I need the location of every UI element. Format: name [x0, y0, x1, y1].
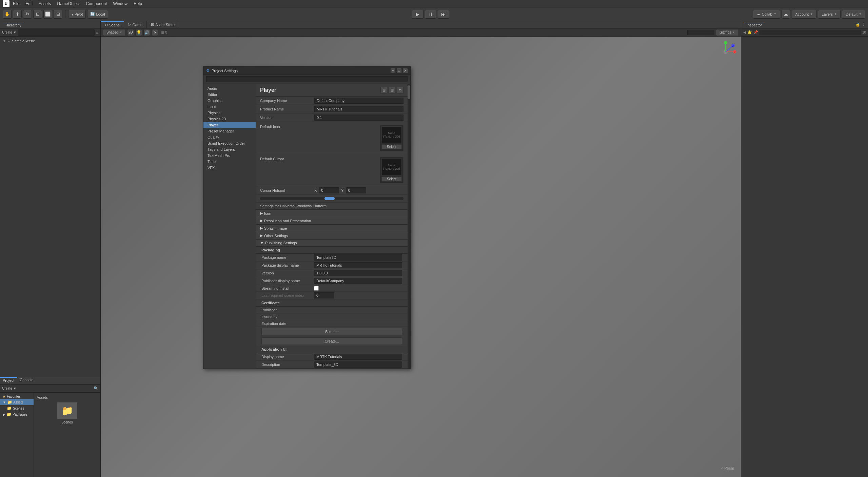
account-btn[interactable]: Account ▼	[792, 10, 817, 19]
other-section[interactable]: ▶ Other Settings	[256, 232, 408, 240]
resolution-section[interactable]: ▶ Resolution and Presentation	[256, 217, 408, 225]
product-name-input[interactable]	[314, 106, 403, 112]
local-btn[interactable]: 🔄 Local	[87, 10, 108, 19]
scrollbar-thumb[interactable]	[324, 197, 335, 200]
inspector-forward-btn[interactable]: ⭐	[747, 30, 752, 35]
pkg-display-input[interactable]	[314, 262, 402, 268]
platform-scrollbar[interactable]	[256, 195, 408, 203]
last-scene-input[interactable]	[314, 292, 334, 298]
inspector-back-btn[interactable]: ◀	[743, 30, 746, 35]
version-input[interactable]	[314, 115, 403, 121]
proj-scenes[interactable]: 📁 Scenes	[0, 405, 34, 411]
settings-time[interactable]: Time	[203, 159, 256, 165]
collab-btn[interactable]: ☁ Collab ▼	[753, 10, 780, 19]
inspector-search[interactable]	[760, 30, 861, 35]
display-name-input[interactable]	[314, 354, 402, 360]
dialog-minimize-btn[interactable]: −	[391, 68, 395, 73]
transform-tool-btn[interactable]: ⊞	[54, 10, 62, 19]
console-tab[interactable]: Console	[17, 377, 36, 384]
menu-gameobject[interactable]: GameObject	[54, 1, 82, 7]
2d-btn[interactable]: 2D	[127, 29, 134, 36]
menu-window[interactable]: Window	[110, 1, 130, 7]
settings-physics2d[interactable]: Physics 2D	[203, 116, 256, 122]
proj-favorites[interactable]: ★ Favorites	[0, 394, 34, 399]
layers-btn[interactable]: Layers ▼	[818, 10, 841, 19]
pivot-btn[interactable]: ⬥ Pivot	[68, 10, 86, 19]
gizmos-btn[interactable]: Gizmos ▼	[716, 29, 739, 36]
move-tool-btn[interactable]: ✛	[13, 10, 22, 19]
player-icon-1[interactable]: ⊞	[380, 87, 387, 94]
step-btn[interactable]: ⏭	[438, 10, 449, 19]
lock-icon[interactable]: 🔒	[855, 22, 860, 27]
icon-select-btn[interactable]: Select	[381, 144, 402, 149]
menu-edit[interactable]: Edit	[23, 1, 35, 7]
hierarchy-search[interactable]	[18, 29, 95, 36]
settings-graphics[interactable]: Graphics	[203, 98, 256, 104]
menu-file[interactable]: File	[10, 1, 22, 7]
icon-section[interactable]: ▶ Icon	[256, 210, 408, 217]
more-btn[interactable]: ⋮	[862, 22, 865, 27]
cursor-select-btn[interactable]: Select	[381, 177, 402, 182]
scale-tool-btn[interactable]: ⊡	[33, 10, 42, 19]
lighting-btn[interactable]: 💡	[135, 29, 142, 36]
settings-textmesh[interactable]: TextMesh Pro	[203, 152, 256, 159]
dialog-maximize-btn[interactable]: □	[397, 68, 401, 73]
scene-search-bar[interactable]	[687, 30, 714, 35]
player-settings-btn[interactable]: ⚙	[397, 87, 403, 94]
hierarchy-tab[interactable]: Hierarchy	[3, 22, 24, 28]
settings-audio[interactable]: Audio	[203, 85, 256, 91]
company-name-input[interactable]	[314, 98, 403, 104]
scenes-asset-folder[interactable]: 📁 Scenes	[37, 402, 98, 424]
proj-create-btn[interactable]: Create ▼	[2, 387, 17, 390]
proj-packages[interactable]: ▶ 📁 Packages	[0, 411, 34, 417]
game-tab[interactable]: ▷ Game	[124, 21, 147, 28]
dialog-scrollbar[interactable]	[408, 84, 410, 369]
project-tab[interactable]: Project	[0, 377, 17, 384]
menu-help[interactable]: Help	[131, 1, 145, 7]
splash-section[interactable]: ▶ Splash Image	[256, 225, 408, 232]
publishing-section[interactable]: ▼ Publishing Settings	[256, 240, 408, 247]
publisher-display-input[interactable]	[314, 278, 402, 284]
audio-btn[interactable]: 🔊	[143, 29, 150, 36]
proj-assets[interactable]: ▼ 📁 Assets	[0, 399, 34, 405]
rect-tool-btn[interactable]: ⬜	[43, 10, 52, 19]
create-btn[interactable]: Create ▼	[2, 30, 17, 34]
hierarchy-sort-btn[interactable]: ≡	[96, 30, 98, 35]
shaded-btn[interactable]: Shaded ▼	[103, 29, 126, 36]
settings-preset-manager[interactable]: Preset Manager	[203, 128, 256, 134]
select-cert-btn[interactable]: Select...	[261, 328, 402, 335]
asset-store-tab[interactable]: ⊟ Asset Store	[147, 21, 179, 28]
inspector-pin-btn[interactable]: 📌	[753, 30, 758, 35]
pkg-name-input[interactable]	[314, 254, 402, 261]
dialog-close-btn[interactable]: ✕	[403, 68, 408, 73]
scrollbar-track[interactable]	[260, 197, 403, 200]
pause-btn[interactable]: ⏸	[425, 10, 436, 19]
cursor-y-input[interactable]	[346, 187, 366, 193]
settings-vfx[interactable]: VFX	[203, 165, 256, 171]
scene-tab[interactable]: ⊙ Scene	[101, 21, 124, 28]
description-input[interactable]	[314, 361, 402, 368]
default-layout-btn[interactable]: Default ▼	[842, 10, 865, 19]
cloud-btn[interactable]: ☁	[782, 10, 790, 19]
menu-assets[interactable]: Assets	[36, 1, 54, 7]
streaming-checkbox[interactable]	[314, 286, 319, 291]
create-cert-btn[interactable]: Create...	[261, 337, 402, 345]
settings-quality[interactable]: Quality	[203, 134, 256, 140]
settings-input[interactable]: Input	[203, 104, 256, 110]
play-btn[interactable]: ▶	[412, 10, 423, 19]
scene-viewport[interactable]: X Y Z < Persp	[101, 37, 741, 477]
settings-script-exec[interactable]: Script Execution Order	[203, 140, 256, 146]
settings-physics[interactable]: Physics	[203, 110, 256, 116]
fx-btn[interactable]: fx	[152, 29, 158, 36]
cursor-x-input[interactable]	[319, 187, 339, 193]
rotate-tool-btn[interactable]: ↻	[23, 10, 32, 19]
inspector-tab[interactable]: Inspector	[744, 22, 765, 28]
settings-player[interactable]: Player	[203, 122, 256, 128]
pkg-version-input[interactable]	[314, 270, 402, 276]
scene-gizmo[interactable]: X Y Z	[714, 40, 737, 64]
dialog-search-input[interactable]	[206, 76, 408, 82]
dialog-scrollbar-thumb[interactable]	[408, 85, 410, 99]
settings-editor[interactable]: Editor	[203, 91, 256, 98]
hand-tool-btn[interactable]: ✋	[3, 10, 12, 19]
menu-component[interactable]: Component	[83, 1, 110, 7]
